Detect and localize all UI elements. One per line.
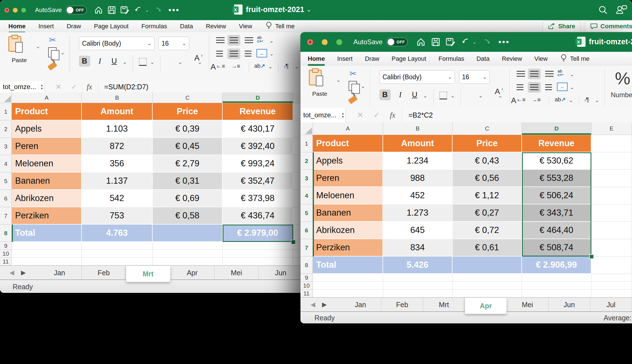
empty-cell[interactable] <box>82 242 153 250</box>
menu-item-data[interactable]: Data <box>180 23 193 30</box>
formula-input[interactable]: =SUM(D2:D7) <box>98 81 148 92</box>
cell-revenue-2[interactable]: € 530,62 <box>522 152 591 170</box>
row-header-6[interactable]: 6 <box>0 190 12 207</box>
table-header-cell[interactable]: Revenue <box>522 135 591 152</box>
paste-icon[interactable] <box>309 70 322 85</box>
empty-cell[interactable] <box>522 290 591 297</box>
more-commands-icon[interactable]: ••• <box>168 9 180 11</box>
underline-chevron-icon[interactable]: ⌄ <box>423 93 427 99</box>
autosave-toggle[interactable]: OFF <box>66 6 87 15</box>
undo-chevron-icon[interactable]: ⌄ <box>145 8 149 13</box>
cell-product-5[interactable]: Bananen <box>313 204 383 222</box>
sheet-tab-jan[interactable]: Jan <box>340 298 381 312</box>
marks-chevron-icon[interactable]: ⌄ <box>295 64 299 70</box>
orientation-button[interactable]: ab↗ <box>555 96 566 103</box>
borders-chevron-icon[interactable]: ⌄ <box>451 93 455 99</box>
share-button[interactable]: Share <box>543 21 580 32</box>
row-header-4[interactable]: 4 <box>300 187 313 204</box>
fill-handle[interactable] <box>589 254 594 259</box>
zoom-button[interactable] <box>21 8 26 13</box>
row-header-4[interactable]: 4 <box>0 155 12 172</box>
copy-icon[interactable] <box>48 47 57 57</box>
increase-indent-button[interactable]: →≡ <box>231 63 240 69</box>
name-box-stepper[interactable]: ▲▼ <box>339 112 344 118</box>
next-sheet-icon[interactable]: ▶ <box>322 301 327 308</box>
menu-item-view[interactable]: View <box>239 23 252 30</box>
sheet-tab-apr[interactable]: Apr <box>170 266 214 280</box>
align-bottom-button[interactable] <box>545 71 554 77</box>
cell-e4[interactable] <box>591 187 632 204</box>
empty-cell[interactable] <box>12 250 82 258</box>
percent-style-button[interactable]: % <box>611 70 632 87</box>
align-middle-button[interactable] <box>227 35 240 46</box>
sheet-tab-mrt[interactable]: Mrt <box>423 298 465 312</box>
empty-cell[interactable] <box>383 274 453 282</box>
account-icon[interactable] <box>615 4 628 15</box>
sheet-tab-jul[interactable]: Jul <box>590 298 632 312</box>
font-name-select[interactable]: Calibri (Body)⌄ <box>79 37 155 50</box>
empty-cell[interactable] <box>313 290 383 297</box>
cell-product-3[interactable]: Peren <box>12 138 82 155</box>
align-top-button[interactable] <box>216 37 225 43</box>
menu-item-insert[interactable]: Insert <box>38 23 54 30</box>
save-icon[interactable] <box>108 6 116 14</box>
cell-price-4[interactable]: € 1,12 <box>453 187 522 204</box>
paste-button[interactable]: Paste <box>12 57 27 64</box>
cell-amount-2[interactable]: 1.234 <box>383 152 453 170</box>
tell-me-button[interactable]: Tell me <box>265 21 295 31</box>
cell-total-price[interactable] <box>153 225 223 242</box>
cell-product-4[interactable]: Meloenen <box>313 187 383 204</box>
empty-cell[interactable] <box>313 282 383 290</box>
empty-cell[interactable] <box>12 258 82 265</box>
cell-price-2[interactable]: € 0,39 <box>153 120 223 138</box>
font-size-select[interactable]: 16⌄ <box>459 70 490 84</box>
select-all-corner[interactable] <box>300 122 313 135</box>
align-middle-button[interactable] <box>528 69 541 79</box>
menu-item-page-layout[interactable]: Page Layout <box>94 23 129 30</box>
empty-cell[interactable] <box>223 242 293 250</box>
redo-icon[interactable] <box>154 6 162 14</box>
sheet-tab-jun[interactable]: Jun <box>259 266 303 280</box>
zoom-button[interactable] <box>336 39 342 45</box>
borders-chevron-icon[interactable]: ⌄ <box>150 59 154 65</box>
sheet-tab-feb[interactable]: Feb <box>381 298 423 312</box>
cell-e1[interactable] <box>591 135 632 152</box>
fill-handle[interactable] <box>291 240 296 244</box>
search-icon[interactable] <box>598 5 608 15</box>
sheet-tab-mrt[interactable]: Mrt <box>126 266 170 282</box>
show-marks-button[interactable]: ›¶ <box>584 96 589 103</box>
font-size-select[interactable]: 16⌄ <box>158 37 189 50</box>
bold-button[interactable]: B <box>379 89 391 100</box>
insert-function-icon[interactable]: fx <box>390 111 395 120</box>
table-header-cell[interactable]: Revenue <box>223 103 293 120</box>
empty-cell[interactable] <box>453 290 522 297</box>
cell-price-5[interactable]: € 0,31 <box>153 172 223 190</box>
cell-total-revenue[interactable]: € 2.906,99 <box>522 256 591 274</box>
paste-icon[interactable] <box>8 36 21 52</box>
cell-amount-3[interactable]: 988 <box>383 170 453 187</box>
empty-cell[interactable] <box>313 274 383 282</box>
cell-amount-5[interactable]: 1.273 <box>383 204 453 222</box>
next-sheet-icon[interactable]: ▶ <box>21 269 26 276</box>
font-color-chevron-icon[interactable]: ⌄ <box>198 59 202 65</box>
empty-cell[interactable] <box>453 282 522 290</box>
bold-button[interactable]: B <box>79 56 90 67</box>
column-header-B[interactable]: B <box>383 122 453 135</box>
cell-product-6[interactable]: Abrikozen <box>12 190 82 207</box>
menu-item-view[interactable]: View <box>534 55 547 62</box>
copy-chevron-icon[interactable]: ⌄ <box>60 50 65 56</box>
empty-cell[interactable] <box>591 282 632 290</box>
empty-cell[interactable] <box>223 250 293 258</box>
menu-item-formulas[interactable]: Formulas <box>141 23 167 30</box>
cell-e5[interactable] <box>591 204 632 222</box>
menu-item-home[interactable]: Home <box>8 23 25 30</box>
cell-price-6[interactable]: € 0,69 <box>153 190 223 207</box>
align-left-button[interactable] <box>216 51 223 57</box>
row-header-1[interactable]: 1 <box>300 135 313 152</box>
underline-chevron-icon[interactable]: ⌄ <box>123 59 127 65</box>
cell-amount-4[interactable]: 452 <box>383 187 453 204</box>
autosave-toggle[interactable]: OFF <box>386 38 408 46</box>
cell-amount-6[interactable]: 542 <box>82 190 153 207</box>
cell-total-amount[interactable]: 5.426 <box>383 256 453 274</box>
cancel-icon[interactable]: ✕ <box>55 83 62 91</box>
